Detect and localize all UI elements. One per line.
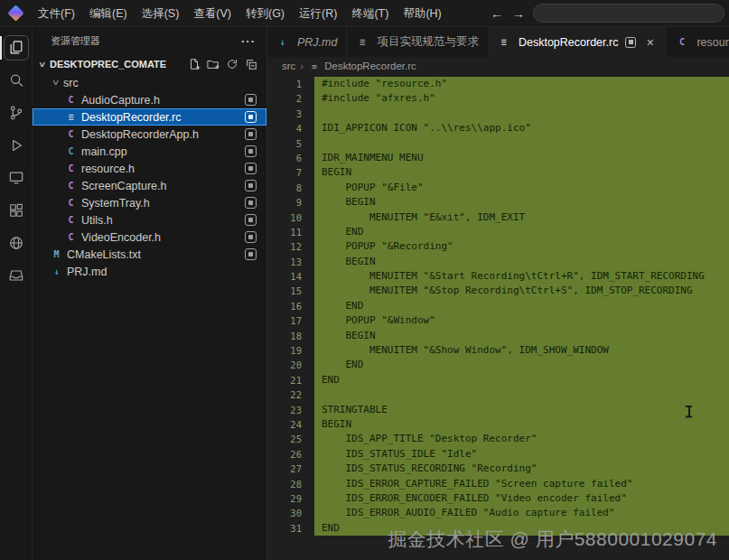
history-forward-icon[interactable]: → bbox=[508, 6, 529, 21]
code-line[interactable]: 7BEGIN bbox=[267, 165, 729, 180]
pin-icon[interactable] bbox=[625, 37, 636, 48]
code-line[interactable]: 15 MENUITEM "&Stop Recording\tCtrl+S", I… bbox=[267, 284, 729, 298]
code-line[interactable]: 20 END bbox=[267, 358, 729, 372]
code-line[interactable]: 11 END bbox=[267, 225, 729, 239]
file-action-icon[interactable] bbox=[245, 163, 257, 174]
new-file-icon[interactable] bbox=[188, 58, 201, 70]
file-action-icon[interactable] bbox=[245, 248, 257, 260]
tree-item[interactable]: CUtils.h bbox=[33, 211, 266, 229]
code-text: STRINGTABLE bbox=[314, 403, 729, 417]
code-line[interactable]: 26 IDS_STATUS_IDLE "Idle" bbox=[267, 447, 729, 462]
code-line[interactable]: 14 MENUITEM "&Start Recording\tCtrl+R", … bbox=[267, 269, 729, 284]
code-line[interactable]: 13 BEGIN bbox=[267, 255, 729, 269]
editor-tab[interactable]: ≡DesktopRecorder.rc× bbox=[489, 27, 667, 57]
file-action-icon[interactable] bbox=[245, 214, 257, 226]
menu-item[interactable]: 运行(R) bbox=[292, 4, 344, 23]
activity-remote-explorer[interactable] bbox=[0, 162, 33, 194]
file-action-icon[interactable] bbox=[245, 111, 257, 123]
activity-run-debug[interactable] bbox=[0, 129, 33, 162]
c-header-file-icon: C bbox=[65, 231, 77, 244]
code-line[interactable]: 2#include "afxres.h" bbox=[267, 91, 729, 106]
tree-item[interactable]: MCMakeLists.txt bbox=[33, 246, 266, 263]
refresh-icon[interactable] bbox=[226, 58, 238, 70]
file-action-icon[interactable] bbox=[245, 231, 257, 243]
tree-item[interactable]: ↓PRJ.md bbox=[33, 263, 266, 280]
code-line[interactable]: 1#include "resource.h" bbox=[267, 77, 729, 91]
menu-item[interactable]: 帮助(H) bbox=[396, 4, 448, 23]
menu-bar: 文件(F)编辑(E)选择(S)查看(V)转到(G)运行(R)终端(T)帮助(H) bbox=[31, 4, 449, 23]
file-action-icon[interactable] bbox=[245, 94, 257, 106]
code-text: BEGIN bbox=[314, 195, 729, 210]
editor-tab[interactable]: ≡项目实现规范与要求 bbox=[347, 27, 489, 57]
tree-item[interactable]: CAudioCapture.h bbox=[33, 91, 266, 108]
breadcrumb-item[interactable]: src bbox=[282, 61, 295, 71]
file-action-icon[interactable] bbox=[245, 128, 257, 140]
code-line[interactable]: 4IDI_APPICON ICON "..\\res\\app.ico" bbox=[267, 121, 729, 135]
code-line[interactable]: 17 POPUP "&Window" bbox=[267, 313, 729, 328]
text-cursor-icon bbox=[685, 405, 693, 418]
tree-item[interactable]: ≡DesktopRecorder.rc bbox=[33, 108, 266, 126]
menu-item[interactable]: 转到(G) bbox=[238, 4, 292, 23]
code-line[interactable]: 8 POPUP "&File" bbox=[267, 181, 729, 195]
menu-item[interactable]: 文件(F) bbox=[31, 4, 82, 23]
menu-item[interactable]: 终端(T) bbox=[344, 4, 396, 23]
editor-tab[interactable]: Cresource.h bbox=[667, 27, 729, 57]
tree-item[interactable]: Cmain.cpp bbox=[33, 143, 266, 160]
c-header-file-icon: C bbox=[65, 214, 77, 227]
code-line[interactable]: 6IDR_MAINMENU MENU bbox=[267, 151, 729, 165]
workspace-root-row[interactable]: > DESKTOPREC_COMATE bbox=[33, 54, 266, 74]
code-line[interactable]: 21END bbox=[267, 373, 729, 387]
activity-source-control[interactable] bbox=[0, 97, 33, 129]
activity-explorer[interactable] bbox=[0, 32, 33, 64]
code-line[interactable]: 25 IDS_APP_TITLE "Desktop Recorder" bbox=[267, 432, 729, 446]
code-line[interactable]: 23STRINGTABLE bbox=[267, 403, 729, 417]
collapse-all-icon[interactable] bbox=[245, 58, 257, 70]
app-logo-icon bbox=[7, 5, 23, 21]
workbench: 资源管理器 ··· > DESKTOPREC_COMATE >srcCAudio… bbox=[0, 27, 729, 560]
code-line[interactable]: 3 bbox=[267, 107, 729, 121]
code-line[interactable]: 29 IDS_ERROR_ENCODER_FAILED "Video encod… bbox=[267, 491, 729, 506]
code-line[interactable]: 22 bbox=[267, 387, 729, 402]
tree-item[interactable]: Cresource.h bbox=[33, 160, 266, 177]
file-action-icon[interactable] bbox=[245, 180, 257, 191]
menu-item[interactable]: 查看(V) bbox=[186, 4, 238, 23]
tree-item[interactable]: CSystemTray.h bbox=[33, 194, 266, 211]
more-actions-icon[interactable]: ··· bbox=[241, 34, 256, 48]
code-line[interactable]: 9 BEGIN bbox=[267, 195, 729, 210]
activity-bar bbox=[0, 27, 33, 560]
menu-item[interactable]: 编辑(E) bbox=[82, 4, 135, 23]
history-back-icon[interactable]: ← bbox=[486, 6, 508, 21]
code-text: BEGIN bbox=[314, 165, 729, 180]
code-line[interactable]: 19 MENUITEM "&Show Window", IDM_SHOW_WIN… bbox=[267, 343, 729, 358]
file-action-icon[interactable] bbox=[245, 145, 257, 157]
line-number: 20 bbox=[267, 358, 314, 372]
code-line[interactable]: 30 IDS_ERROR_AUDIO_FAILED "Audio capture… bbox=[267, 506, 729, 520]
code-line[interactable]: 18 BEGIN bbox=[267, 329, 729, 343]
code-line[interactable]: 24BEGIN bbox=[267, 417, 729, 432]
editor-tab[interactable]: ↓PRJ.md bbox=[267, 27, 347, 57]
line-number: 23 bbox=[267, 403, 314, 417]
breadcrumb-item[interactable]: DesktopRecorder.rc bbox=[324, 61, 416, 71]
activity-search[interactable] bbox=[0, 64, 33, 97]
cpp-file-icon: C bbox=[65, 145, 77, 158]
code-line[interactable]: 16 END bbox=[267, 299, 729, 313]
code-line[interactable]: 10 MENUITEM "E&xit", IDM_EXIT bbox=[267, 210, 729, 225]
code-editor[interactable]: 1#include "resource.h"2#include "afxres.… bbox=[267, 75, 729, 560]
code-line[interactable]: 27 IDS_STATUS_RECORDING "Recording" bbox=[267, 462, 729, 476]
code-line[interactable]: 5 bbox=[267, 136, 729, 151]
activity-globe[interactable] bbox=[0, 227, 33, 259]
code-line[interactable]: 28 IDS_ERROR_CAPTURE_FAILED "Screen capt… bbox=[267, 477, 729, 491]
tree-item[interactable]: CScreenCapture.h bbox=[33, 177, 266, 194]
new-folder-icon[interactable] bbox=[207, 58, 220, 70]
tree-item[interactable]: CDesktopRecorderApp.h bbox=[33, 126, 266, 143]
file-action-icon[interactable] bbox=[245, 197, 257, 209]
tree-item[interactable]: >src bbox=[33, 74, 266, 91]
activity-inbox[interactable] bbox=[0, 259, 33, 292]
command-center-search-box[interactable] bbox=[533, 4, 724, 23]
activity-extensions[interactable] bbox=[0, 194, 33, 227]
code-line[interactable]: 12 POPUP "&Recording" bbox=[267, 239, 729, 254]
title-bar: 文件(F)编辑(E)选择(S)查看(V)转到(G)运行(R)终端(T)帮助(H)… bbox=[0, 0, 729, 27]
tree-item[interactable]: CVideoEncoder.h bbox=[33, 229, 266, 246]
close-icon[interactable]: × bbox=[643, 35, 657, 50]
menu-item[interactable]: 选择(S) bbox=[135, 4, 187, 23]
